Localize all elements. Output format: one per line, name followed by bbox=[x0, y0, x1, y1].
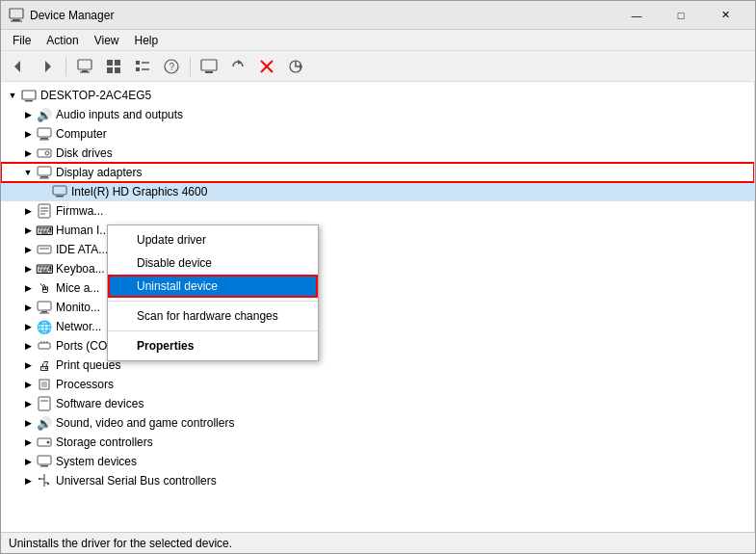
context-uninstall-device[interactable]: Uninstall device bbox=[108, 275, 318, 298]
tree-processors[interactable]: ▶ Processors bbox=[1, 375, 754, 394]
toolbar-computer[interactable] bbox=[71, 54, 98, 79]
network-icon: 🌐 bbox=[36, 318, 53, 335]
keyboard-expand[interactable]: ▶ bbox=[20, 261, 36, 277]
usb-expand[interactable]: ▶ bbox=[20, 473, 36, 488]
tree-disk[interactable]: ▶ Disk drives bbox=[1, 144, 754, 163]
display-label: Display adapters bbox=[56, 166, 142, 179]
firmware-expand[interactable]: ▶ bbox=[20, 203, 36, 219]
disk-expand[interactable]: ▶ bbox=[20, 145, 36, 161]
svg-rect-9 bbox=[115, 60, 120, 66]
svg-rect-25 bbox=[25, 100, 33, 102]
svg-point-54 bbox=[47, 441, 50, 444]
audio-icon: 🔊 bbox=[36, 106, 53, 123]
menu-help[interactable]: Help bbox=[127, 32, 167, 49]
minimize-button[interactable]: — bbox=[614, 1, 659, 30]
tree-firmware[interactable]: ▶ Firmwa... bbox=[1, 201, 754, 221]
toolbar-view2[interactable] bbox=[129, 54, 156, 79]
audio-expand[interactable]: ▶ bbox=[20, 107, 36, 122]
mice-expand[interactable]: ▶ bbox=[20, 280, 36, 296]
context-sep-2 bbox=[108, 330, 318, 331]
toolbar-forward[interactable] bbox=[34, 54, 61, 79]
menu-view[interactable]: View bbox=[87, 32, 127, 49]
tree-audio[interactable]: ▶ 🔊 Audio inputs and outputs bbox=[1, 105, 754, 124]
context-sep-1 bbox=[108, 301, 318, 302]
svg-marker-4 bbox=[45, 61, 51, 72]
ide-label: IDE ATA... bbox=[56, 243, 108, 256]
toolbar-scan[interactable] bbox=[282, 54, 309, 79]
tree-usb[interactable]: ▶ Universal Serial Bus controllers bbox=[1, 471, 754, 490]
display-icon bbox=[36, 164, 53, 181]
computer-icon bbox=[36, 125, 53, 143]
disk-icon bbox=[36, 145, 53, 162]
content-area: ▼ DESKTOP-2AC4EG5 ▶ 🔊 Audio inputs and o… bbox=[1, 82, 755, 532]
context-menu: Update driver Disable device Uninstall d… bbox=[107, 224, 319, 361]
device-manager-window: Device Manager — □ ✕ File Action View He… bbox=[0, 0, 756, 554]
toolbar-monitor[interactable] bbox=[196, 54, 222, 79]
toolbar-uninstall[interactable] bbox=[253, 54, 280, 79]
toolbar-update[interactable] bbox=[224, 54, 251, 79]
menu-action[interactable]: Action bbox=[39, 32, 86, 49]
software-expand[interactable]: ▶ bbox=[20, 396, 36, 411]
svg-rect-43 bbox=[41, 311, 47, 313]
tree-software[interactable]: ▶ Software devices bbox=[1, 394, 754, 413]
svg-point-61 bbox=[47, 483, 49, 485]
svg-rect-11 bbox=[115, 67, 120, 73]
maximize-button[interactable]: □ bbox=[659, 1, 703, 30]
tree-root[interactable]: ▼ DESKTOP-2AC4EG5 bbox=[1, 86, 754, 105]
sound-label: Sound, video and game controllers bbox=[56, 416, 234, 430]
network-label: Networ... bbox=[56, 320, 101, 333]
firmware-icon bbox=[36, 202, 53, 220]
software-icon bbox=[36, 395, 53, 412]
svg-rect-35 bbox=[56, 196, 64, 198]
toolbar-view1[interactable] bbox=[100, 54, 127, 79]
print-expand[interactable]: ▶ bbox=[20, 357, 36, 373]
ports-expand[interactable]: ▶ bbox=[20, 338, 36, 354]
monitor-label: Monito... bbox=[56, 301, 100, 314]
context-update-driver[interactable]: Update driver bbox=[108, 228, 318, 251]
menu-bar: File Action View Help bbox=[1, 30, 755, 51]
svg-rect-55 bbox=[38, 456, 51, 464]
window-icon bbox=[9, 8, 24, 23]
context-disable-device[interactable]: Disable device bbox=[108, 251, 318, 275]
root-expand[interactable]: ▼ bbox=[5, 88, 20, 103]
system-label: System devices bbox=[56, 455, 137, 468]
tree-display-adapters[interactable]: ▼ Display adapters bbox=[1, 163, 754, 182]
system-icon bbox=[36, 453, 53, 470]
context-properties[interactable]: Properties bbox=[108, 334, 318, 357]
tree-sound[interactable]: ▶ 🔊 Sound, video and game controllers bbox=[1, 413, 754, 433]
network-expand[interactable]: ▶ bbox=[20, 319, 36, 334]
disk-label: Disk drives bbox=[56, 146, 113, 160]
tree-computer[interactable]: ▶ Computer bbox=[1, 124, 754, 144]
system-expand[interactable]: ▶ bbox=[20, 454, 36, 469]
storage-expand[interactable]: ▶ bbox=[20, 435, 36, 450]
human-icon: ⌨ bbox=[36, 222, 53, 239]
svg-rect-26 bbox=[38, 128, 51, 137]
intel-icon bbox=[51, 183, 68, 200]
monitor-icon bbox=[36, 299, 53, 316]
svg-rect-60 bbox=[39, 478, 40, 480]
toolbar: ? bbox=[1, 51, 755, 82]
usb-icon bbox=[36, 472, 53, 489]
firmware-label: Firmwa... bbox=[56, 204, 103, 218]
tree-storage[interactable]: ▶ Storage controllers bbox=[1, 433, 754, 452]
storage-label: Storage controllers bbox=[56, 435, 153, 449]
toolbar-back[interactable] bbox=[5, 54, 32, 79]
svg-rect-27 bbox=[40, 138, 48, 140]
display-expand[interactable]: ▼ bbox=[20, 165, 36, 180]
close-button[interactable]: ✕ bbox=[703, 1, 747, 30]
processors-label: Processors bbox=[56, 378, 114, 391]
context-scan-hardware[interactable]: Scan for hardware changes bbox=[108, 304, 318, 328]
human-expand[interactable]: ▶ bbox=[20, 223, 36, 238]
tree-system[interactable]: ▶ System devices bbox=[1, 452, 754, 471]
monitor-expand[interactable]: ▶ bbox=[20, 300, 36, 315]
toolbar-sep-2 bbox=[190, 57, 191, 76]
sound-expand[interactable]: ▶ bbox=[20, 415, 36, 431]
svg-point-30 bbox=[45, 151, 49, 155]
toolbar-help[interactable]: ? bbox=[158, 54, 185, 79]
processors-expand[interactable]: ▶ bbox=[20, 377, 36, 392]
menu-file[interactable]: File bbox=[5, 32, 39, 49]
computer-expand[interactable]: ▶ bbox=[20, 126, 36, 142]
ide-expand[interactable]: ▶ bbox=[20, 242, 36, 257]
tree-intel-graphics[interactable]: Intel(R) HD Graphics 4600 bbox=[1, 182, 754, 201]
usb-label: Universal Serial Bus controllers bbox=[56, 474, 217, 488]
